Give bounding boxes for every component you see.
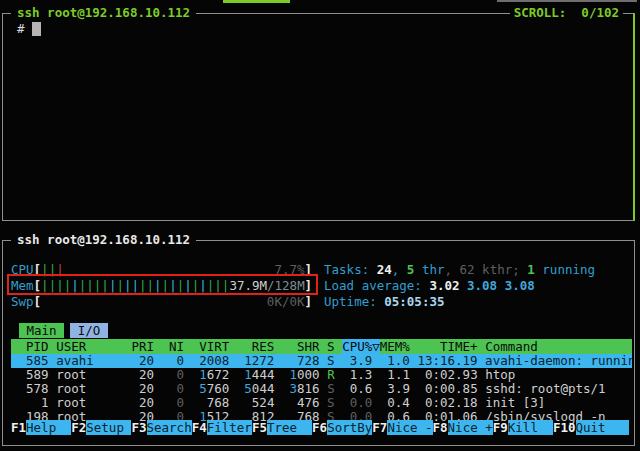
fkey-F1-label[interactable]: Help [26,420,71,435]
top-pane-title: ssh root@192.168.10.112 [11,5,196,20]
mem-bar-value: 37.9M/128M [229,278,304,294]
swp-meter-bar: 0K/0K [41,294,304,310]
load-average: Load average: 3.02 3.08 3.08 [324,278,535,294]
tasks-summary: Tasks: 24, 5 thr, 62 kthr; 1 running [324,262,595,278]
swp-meter-label: Swp [11,294,34,310]
fkey-F4[interactable]: F4 [192,420,207,435]
fkey-F7-label[interactable]: Nice - [387,420,432,435]
function-key-bar: F1Help F2Setup F3SearchF4FilterF5Tree F6… [11,420,629,435]
fkey-F6[interactable]: F6 [312,420,327,435]
top-progress-artifact-green [223,0,290,3]
bottom-terminal-pane[interactable]: ssh root@192.168.10.112 CPU[|||7.7%] Tas… [2,240,635,446]
process-row-1[interactable]: 1 root 20 0 768 524 476 S 0.0 0.4 0:02.1… [11,396,632,410]
cpu-bracket-open: [ [34,262,42,278]
shell-prompt: # [17,21,25,36]
cpu-meter-bar: |||7.7% [41,262,304,278]
mem-meter-label: Mem [11,278,34,294]
fkey-F10[interactable]: F10 [553,420,576,435]
fkey-F2[interactable]: F2 [71,420,86,435]
mem-meter-row: Mem[|||||||||||||||||||||||||37.9M/128M]… [11,278,632,294]
fkey-F8-label[interactable]: Nice + [448,420,493,435]
fkey-F3-label[interactable]: Search [147,420,192,435]
htop-tab-bar: Main I/O [11,323,632,338]
swp-bar-value: 0K/0K [267,294,305,310]
fkey-F9-label[interactable]: Kill [508,420,553,435]
top-terminal-pane[interactable]: ssh root@192.168.10.112 SCROLL: 0/102 # [2,13,635,221]
fkey-F4-label[interactable]: Filter [207,420,252,435]
fkey-F6-label[interactable]: SortBy [327,420,372,435]
fkey-F10-label[interactable]: Quit [576,420,629,435]
cpu-bracket-close: ] [305,262,313,278]
top-progress-artifact-gray [497,0,637,2]
process-row-585[interactable]: 585 avahi 20 0 2008 1272 728 S 3.9 1.0 1… [11,354,632,368]
uptime: Uptime: 05:05:35 [324,294,444,310]
process-rows: 585 avahi 20 0 2008 1272 728 S 3.9 1.0 1… [11,354,632,424]
mem-bracket-close: ] [305,278,313,294]
terminal-cursor [32,22,41,36]
scroll-indicator: SCROLL: 0/102 [510,5,623,20]
cpu-bar-pipes: ||| [41,262,64,278]
tab-main[interactable]: Main [19,323,64,338]
process-table: PID USER PRI NI VIRT RES SHR S CPU%▽MEM%… [11,339,632,424]
fkey-F5[interactable]: F5 [252,420,267,435]
fkey-F1[interactable]: F1 [11,420,26,435]
fkey-F3[interactable]: F3 [131,420,146,435]
swp-bracket-close: ] [305,294,313,310]
htop-meters: CPU[|||7.7%] Tasks: 24, 5 thr, 62 kthr; … [11,242,632,310]
fkey-F9[interactable]: F9 [493,420,508,435]
cpu-meter-label: CPU [11,262,34,278]
process-row-589[interactable]: 589 root 20 0 1672 1444 1000 R 1.3 1.1 0… [11,368,632,382]
htop-screen: CPU[|||7.7%] Tasks: 24, 5 thr, 62 kthr; … [11,242,632,444]
mem-bracket-open: [ [34,278,42,294]
process-row-578[interactable]: 578 root 20 0 5760 5044 3816 S 0.6 3.9 0… [11,382,632,396]
fkey-F7[interactable]: F7 [372,420,387,435]
fkey-F8[interactable]: F8 [433,420,448,435]
cpu-bar-value: 7.7% [274,262,304,278]
swp-meter-row: Swp[0K/0K] Uptime: 05:05:35 [11,294,632,310]
mem-meter-bar: |||||||||||||||||||||||||37.9M/128M [41,278,304,294]
mem-bar-pipes: ||||||||||||||||||||||||| [41,278,229,294]
swp-bracket-open: [ [34,294,42,310]
fkey-F5-label[interactable]: Tree [267,420,312,435]
fkey-F2-label[interactable]: Setup [86,420,131,435]
tab-io[interactable]: I/O [70,323,108,338]
process-table-header[interactable]: PID USER PRI NI VIRT RES SHR S CPU%▽MEM%… [11,339,632,354]
cpu-meter-row: CPU[|||7.7%] Tasks: 24, 5 thr, 62 kthr; … [11,262,632,278]
